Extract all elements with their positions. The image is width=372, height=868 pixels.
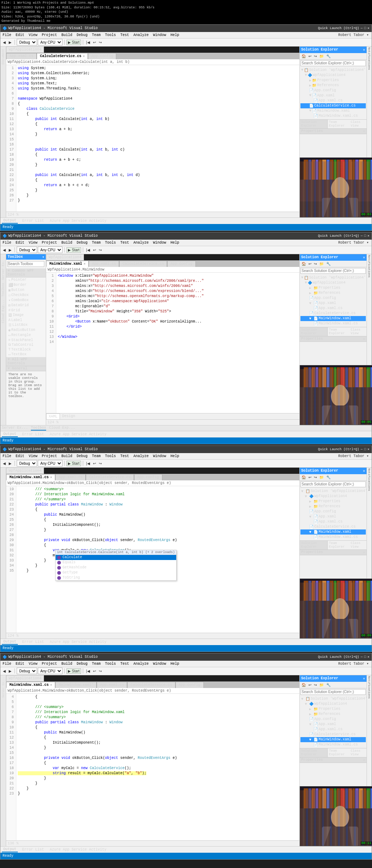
- menu-project-1[interactable]: Project: [40, 33, 59, 37]
- tree-references[interactable]: ▶ 📁 References: [300, 83, 366, 88]
- start-btn-3[interactable]: ▶ Start: [66, 461, 81, 466]
- tab-class-2[interactable]: Class View: [349, 327, 367, 336]
- menu-window-3[interactable]: Window: [151, 454, 168, 458]
- tree-appxaml-3[interactable]: ▼ 📄 App.xaml: [300, 514, 366, 519]
- error-tab-2[interactable]: Error List: [21, 432, 45, 437]
- sol-tb-5[interactable]: 🔧: [325, 54, 332, 59]
- toolbar-fwd-1[interactable]: ▶: [8, 40, 13, 45]
- tree-mainwindowcs[interactable]: 📄 MainWindow.xaml.cs: [300, 113, 366, 119]
- toolbar-fwd-4[interactable]: ▶: [8, 669, 13, 673]
- tab-calculateservice-4[interactable]: CalculateService.cs: [127, 682, 175, 688]
- menu-analyze-3[interactable]: Analyze: [131, 454, 151, 458]
- menu-debug-2[interactable]: Debug: [74, 241, 90, 245]
- toolbar-btn-3c[interactable]: ↪: [98, 461, 103, 466]
- menu-team-1[interactable]: Team: [90, 33, 103, 37]
- tree-calcserv-2[interactable]: 📄 CalculateService.cs: [300, 311, 366, 316]
- menu-test-1[interactable]: Test: [118, 33, 131, 37]
- tree-refs-2[interactable]: ▶ 📁 References: [300, 291, 366, 296]
- menu-analyze-4[interactable]: Analyze: [131, 662, 151, 666]
- menu-tools-2[interactable]: Tools: [103, 241, 118, 245]
- error-tab-3[interactable]: Error List: [21, 640, 45, 644]
- tree-appxaml-2[interactable]: ▼ 📄 App.xaml: [300, 301, 366, 306]
- cloud-exp-bottom-tab[interactable]: Cloud Exp...: [49, 426, 75, 431]
- sol-tb-2[interactable]: ↩: [307, 54, 312, 59]
- debug-config-3[interactable]: Debug: [17, 460, 37, 467]
- sol-tb3-5[interactable]: 🔧: [325, 475, 332, 480]
- tree-appconfig-4[interactable]: 📄 App.config: [300, 717, 366, 722]
- tree-solution-2[interactable]: ▼ 📋 Solution 'WpfApplication4': [300, 275, 366, 280]
- toolbar-btn-2b[interactable]: ↩: [92, 248, 97, 252]
- tab-appxamlcs-3[interactable]: App.xaml.cs: [55, 474, 86, 480]
- close-mwcs-4[interactable]: ✕: [50, 683, 52, 687]
- sol-tb4-1[interactable]: 🏠: [300, 683, 307, 687]
- tree-props-2[interactable]: ▶ 📁 Properties: [300, 285, 366, 291]
- autocomplete-gethashcode[interactable]: ⬤ GetHashCode: [56, 565, 176, 570]
- tab-team-3[interactable]: Team Explorer: [328, 541, 349, 549]
- prop-close-3[interactable]: ✕: [363, 550, 365, 555]
- toolbox-group-general[interactable]: ▼ General: [6, 366, 46, 371]
- start-btn-4[interactable]: ▶ Start: [66, 668, 81, 674]
- toolbox-textblock[interactable]: T TextBlock: [6, 347, 46, 352]
- menu-build-4[interactable]: Build: [59, 662, 74, 666]
- sol-search-4[interactable]: [300, 689, 366, 695]
- sol-tb3-3[interactable]: ↪: [313, 475, 318, 480]
- toolbox-stackpanel[interactable]: ≡ StackPanel: [6, 338, 46, 343]
- tree-calcserv-4[interactable]: 📄 CalculateService.cs: [300, 732, 366, 737]
- tree-calculateservice[interactable]: 📄 CalculateService.cs: [300, 103, 366, 108]
- toolbox-label[interactable]: A Label: [6, 318, 46, 323]
- tab-appconfig-4[interactable]: App.config: [175, 682, 204, 688]
- platform-3[interactable]: Any CPU: [38, 460, 62, 467]
- tab-sol-exp-1[interactable]: Solution Explorer: [300, 120, 328, 128]
- toolbox-combobox[interactable]: ▾ ComboBox: [6, 298, 46, 303]
- menu-project-2[interactable]: Project: [40, 241, 59, 245]
- close-tab-mw[interactable]: ✕: [84, 262, 85, 266]
- close-btn-1[interactable]: ✕: [368, 26, 369, 30]
- tree-appxamlcs-4[interactable]: 📄 App.xaml.cs: [300, 727, 366, 732]
- server-exp-tab[interactable]: Server Ex...: [2, 426, 28, 431]
- menu-edit-3[interactable]: Edit: [13, 454, 27, 458]
- tab-appxamlcs-1[interactable]: App.xaml.cs: [6, 53, 37, 59]
- menu-analyze-1[interactable]: Analyze: [131, 33, 151, 37]
- menu-test-2[interactable]: Test: [118, 241, 131, 245]
- menu-file-4[interactable]: File: [0, 662, 13, 666]
- toolbox-button[interactable]: ▣ Button: [6, 288, 46, 293]
- menu-build-2[interactable]: Build: [59, 241, 74, 245]
- minimize-btn-3[interactable]: —: [361, 448, 363, 451]
- toolbar-btn-3b[interactable]: ↩: [92, 461, 97, 466]
- toolbox-radiobutton[interactable]: ◉ RadioButton: [6, 328, 46, 333]
- sol-search-1[interactable]: [300, 60, 366, 66]
- autocomplete-equals[interactable]: ⬤ Equals: [56, 560, 176, 565]
- menu-help-4[interactable]: Help: [168, 662, 181, 666]
- menu-debug-4[interactable]: Debug: [74, 662, 90, 666]
- tab-calculateservice-1[interactable]: CalculateService.cs ✕: [37, 53, 88, 59]
- sol-close-2[interactable]: ✕: [363, 255, 365, 260]
- toolbox-search-input[interactable]: [8, 261, 44, 267]
- menu-tools-1[interactable]: Tools: [103, 33, 118, 37]
- close-tab-1[interactable]: ✕: [83, 54, 85, 58]
- menu-test-3[interactable]: Test: [118, 454, 131, 458]
- tree-appxamlcs-2[interactable]: 📄 App.xaml.cs: [300, 306, 366, 311]
- tab-calculateservice-3[interactable]: CalculateService.cs: [86, 474, 134, 480]
- autocomplete-gettype[interactable]: ⬤ GetType: [56, 570, 176, 575]
- toolbar-btn-b[interactable]: ↩: [92, 40, 97, 45]
- tab-sol-exp-3[interactable]: Solution Explorer: [300, 541, 328, 549]
- tree-props-3[interactable]: ▶ 📁 Properties: [300, 499, 366, 504]
- tab-appxamlcs-2[interactable]: App.xaml.cs: [89, 261, 119, 267]
- minimize-btn-2[interactable]: —: [361, 234, 363, 238]
- maximize-btn-3[interactable]: □: [364, 448, 366, 451]
- toolbar-btn-3a[interactable]: |◀: [85, 461, 91, 466]
- toolbar-btn-4a[interactable]: |◀: [85, 669, 91, 673]
- menu-file-1[interactable]: File: [0, 33, 13, 37]
- output-tab-errors-1[interactable]: Error List: [21, 219, 45, 223]
- tab-appconfig-2[interactable]: App.config: [167, 261, 195, 267]
- tab-class-4[interactable]: Class View: [349, 748, 367, 757]
- menu-team-2[interactable]: Team: [90, 241, 103, 245]
- azure-tab-3[interactable]: Azure App Service Activity: [48, 640, 108, 644]
- sol-tb4-3[interactable]: ↪: [313, 683, 318, 687]
- server-exp-sidebar-4[interactable]: Server Ex...: [1, 675, 5, 699]
- toolbar-btn-4b[interactable]: ↩: [92, 669, 97, 673]
- tree-solution-1[interactable]: ▼ 📋 Solution 'WpfApplication4': [300, 68, 366, 73]
- tree-project-4[interactable]: ▼ 🔷 WpfApplication4: [300, 701, 366, 707]
- tree-properties[interactable]: ▶ 📁 Properties: [300, 78, 366, 83]
- menu-edit-4[interactable]: Edit: [13, 662, 27, 666]
